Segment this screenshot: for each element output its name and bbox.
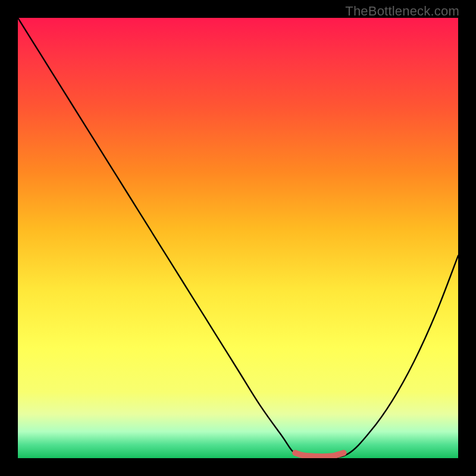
plot-area <box>18 18 458 458</box>
curve-svg <box>18 18 458 458</box>
bottleneck-curve-path <box>18 18 458 458</box>
chart-frame: TheBottleneck.com <box>0 0 476 476</box>
optimal-range-marker-path <box>295 453 343 456</box>
watermark-text: TheBottleneck.com <box>345 4 459 19</box>
